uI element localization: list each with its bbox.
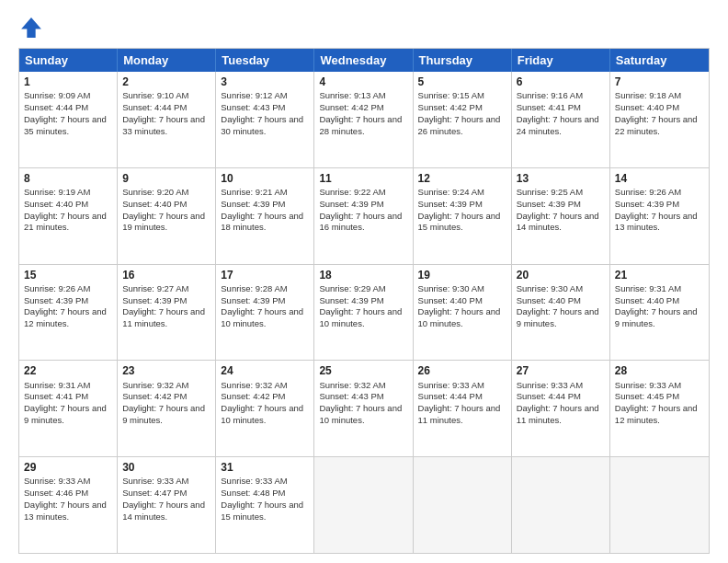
day-number: 11 [319,171,407,186]
sunset-label: Sunset: 4:42 PM [319,102,383,112]
sunset-label: Sunset: 4:40 PM [615,295,679,305]
day-number: 24 [221,363,309,378]
sunset-label: Sunset: 4:40 PM [24,199,88,209]
calendar-cell: 2 Sunrise: 9:10 AM Sunset: 4:44 PM Dayli… [118,72,216,167]
daylight-label: Daylight: 7 hours and 11 minutes. [122,306,205,328]
sunrise-label: Sunrise: 9:13 AM [319,90,385,100]
sunrise-label: Sunrise: 9:33 AM [24,476,90,486]
sunrise-label: Sunrise: 9:19 AM [24,187,90,197]
sunset-label: Sunset: 4:40 PM [517,295,581,305]
sunrise-label: Sunrise: 9:20 AM [122,187,188,197]
sunset-label: Sunset: 4:39 PM [319,295,383,305]
day-number: 27 [517,363,605,378]
daylight-label: Daylight: 7 hours and 11 minutes. [517,403,599,425]
calendar-cell: 23 Sunrise: 9:32 AM Sunset: 4:42 PM Dayl… [118,361,216,456]
header-day-friday: Friday [512,49,610,72]
sunset-label: Sunset: 4:39 PM [418,199,483,209]
daylight-label: Daylight: 7 hours and 14 minutes. [122,500,205,522]
day-number: 8 [24,171,112,186]
sunset-label: Sunset: 4:42 PM [221,391,285,401]
daylight-label: Daylight: 7 hours and 30 minutes. [221,114,303,136]
header-day-saturday: Saturday [610,49,709,72]
sunset-label: Sunset: 4:41 PM [24,391,88,401]
calendar: SundayMondayTuesdayWednesdayThursdayFrid… [18,48,710,554]
calendar-cell: 24 Sunrise: 9:32 AM Sunset: 4:42 PM Dayl… [216,361,314,456]
calendar-cell: 10 Sunrise: 9:21 AM Sunset: 4:39 PM Dayl… [216,168,314,264]
calendar-cell: 22 Sunrise: 9:31 AM Sunset: 4:41 PM Dayl… [19,361,118,456]
calendar-cell: 29 Sunrise: 9:33 AM Sunset: 4:46 PM Dayl… [19,457,118,553]
day-number: 18 [319,268,407,282]
daylight-label: Daylight: 7 hours and 26 minutes. [418,114,501,136]
sunrise-label: Sunrise: 9:32 AM [122,380,188,390]
day-number: 14 [615,171,704,186]
sunrise-label: Sunrise: 9:30 AM [418,283,484,293]
sunset-label: Sunset: 4:44 PM [24,102,88,112]
calendar-row-2: 15 Sunrise: 9:26 AM Sunset: 4:39 PM Dayl… [19,264,709,361]
sunrise-label: Sunrise: 9:32 AM [221,380,287,390]
day-number: 6 [517,75,605,89]
logo-icon [18,15,44,40]
day-number: 17 [221,268,309,282]
daylight-label: Daylight: 7 hours and 14 minutes. [517,211,599,233]
daylight-label: Daylight: 7 hours and 13 minutes. [24,500,107,522]
day-number: 19 [418,268,506,282]
calendar-cell: 16 Sunrise: 9:27 AM Sunset: 4:39 PM Dayl… [118,265,216,361]
sunrise-label: Sunrise: 9:33 AM [122,476,188,486]
daylight-label: Daylight: 7 hours and 35 minutes. [24,114,107,136]
day-number: 26 [418,363,506,378]
sunrise-label: Sunrise: 9:28 AM [221,283,287,293]
calendar-cell: 30 Sunrise: 9:33 AM Sunset: 4:47 PM Dayl… [118,457,216,553]
daylight-label: Daylight: 7 hours and 9 minutes. [615,306,698,328]
calendar-row-0: 1 Sunrise: 9:09 AM Sunset: 4:44 PM Dayli… [19,72,709,167]
daylight-label: Daylight: 7 hours and 10 minutes. [319,403,402,425]
calendar-cell: 12 Sunrise: 9:24 AM Sunset: 4:39 PM Dayl… [414,168,512,264]
calendar-cell: 17 Sunrise: 9:28 AM Sunset: 4:39 PM Dayl… [216,265,314,361]
page: SundayMondayTuesdayWednesdayThursdayFrid… [0,0,728,563]
calendar-row-3: 22 Sunrise: 9:31 AM Sunset: 4:41 PM Dayl… [19,360,709,456]
sunset-label: Sunset: 4:39 PM [221,295,285,305]
sunrise-label: Sunrise: 9:31 AM [24,380,90,390]
calendar-cell [512,457,610,553]
header-day-wednesday: Wednesday [314,49,413,72]
day-number: 16 [122,268,210,282]
daylight-label: Daylight: 7 hours and 19 minutes. [122,211,205,233]
daylight-label: Daylight: 7 hours and 13 minutes. [615,211,698,233]
day-number: 29 [24,460,112,475]
sunrise-label: Sunrise: 9:22 AM [319,187,385,197]
daylight-label: Daylight: 7 hours and 21 minutes. [24,211,107,233]
calendar-cell: 26 Sunrise: 9:33 AM Sunset: 4:44 PM Dayl… [414,361,512,456]
sunrise-label: Sunrise: 9:12 AM [221,90,287,100]
calendar-row-1: 8 Sunrise: 9:19 AM Sunset: 4:40 PM Dayli… [19,167,709,264]
calendar-cell [314,457,413,553]
sunrise-label: Sunrise: 9:33 AM [221,476,287,486]
sunset-label: Sunset: 4:46 PM [24,488,88,498]
day-number: 1 [24,75,112,89]
sunset-label: Sunset: 4:47 PM [122,488,187,498]
sunset-label: Sunset: 4:44 PM [517,391,581,401]
day-number: 2 [122,75,210,89]
day-number: 5 [418,75,506,89]
daylight-label: Daylight: 7 hours and 9 minutes. [517,306,599,328]
sunset-label: Sunset: 4:40 PM [418,295,483,305]
sunset-label: Sunset: 4:41 PM [517,102,581,112]
sunrise-label: Sunrise: 9:26 AM [24,283,90,293]
calendar-cell: 31 Sunrise: 9:33 AM Sunset: 4:48 PM Dayl… [216,457,314,553]
calendar-body: 1 Sunrise: 9:09 AM Sunset: 4:44 PM Dayli… [19,72,709,553]
calendar-cell: 21 Sunrise: 9:31 AM Sunset: 4:40 PM Dayl… [610,265,709,361]
sunrise-label: Sunrise: 9:33 AM [615,380,681,390]
header-day-sunday: Sunday [19,49,118,72]
sunset-label: Sunset: 4:39 PM [122,295,187,305]
calendar-header: SundayMondayTuesdayWednesdayThursdayFrid… [19,49,709,72]
sunset-label: Sunset: 4:40 PM [615,102,679,112]
daylight-label: Daylight: 7 hours and 10 minutes. [221,403,303,425]
calendar-cell: 3 Sunrise: 9:12 AM Sunset: 4:43 PM Dayli… [216,72,314,167]
header [18,15,710,40]
day-number: 28 [615,363,704,378]
daylight-label: Daylight: 7 hours and 10 minutes. [319,306,402,328]
svg-marker-0 [21,17,41,38]
daylight-label: Daylight: 7 hours and 18 minutes. [221,211,303,233]
calendar-cell: 6 Sunrise: 9:16 AM Sunset: 4:41 PM Dayli… [512,72,610,167]
sunset-label: Sunset: 4:40 PM [122,199,187,209]
sunrise-label: Sunrise: 9:15 AM [418,90,484,100]
day-number: 3 [221,75,309,89]
